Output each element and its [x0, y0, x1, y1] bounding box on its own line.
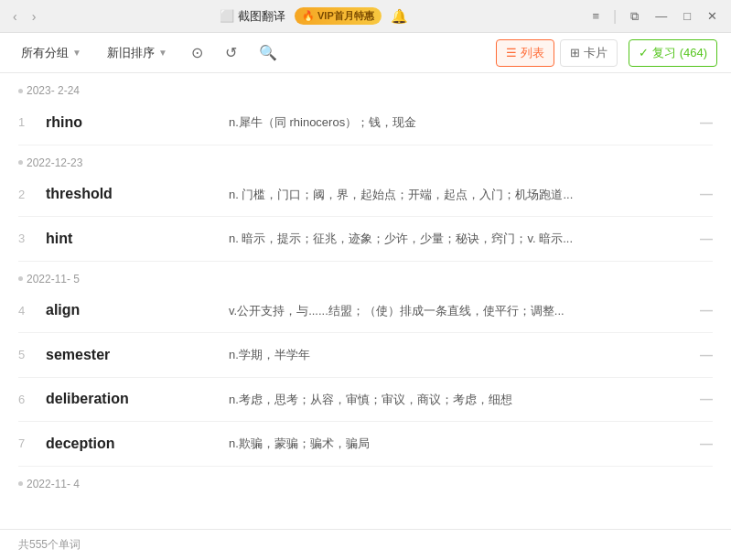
- card-view-button[interactable]: ⊞ 卡片: [560, 39, 618, 67]
- date-header: 2022-12-23: [18, 145, 713, 173]
- toolbar: 所有分组 ▼ 新旧排序 ▼ ⊙ ↺ 🔍 ☰ 列表 ⊞ 卡片 ✓ 复习 (464): [0, 33, 731, 73]
- word-english: semester: [46, 347, 229, 363]
- word-row[interactable]: 1 rhino n.犀牛（同 rhinoceros）；钱，现金 —: [18, 101, 713, 145]
- word-english: deception: [46, 436, 229, 452]
- row-actions: —: [685, 115, 713, 130]
- review-button[interactable]: ✓ 复习 (464): [629, 39, 717, 67]
- date-dot-icon: [18, 89, 23, 93]
- word-chinese: n.犀牛（同 rhinoceros）；钱，现金: [229, 113, 685, 132]
- category-arrow-icon: ▼: [72, 48, 81, 58]
- vip-badge[interactable]: 🔥 VIP首月特惠: [295, 7, 382, 25]
- vip-icon: 🔥: [302, 10, 315, 22]
- screenshot-translate[interactable]: ⬜ 截图翻译: [220, 8, 285, 25]
- list-icon: ☰: [506, 46, 517, 59]
- row-number: 6: [18, 393, 46, 406]
- vip-label: VIP首月特惠: [317, 9, 374, 23]
- more-icon[interactable]: —: [700, 187, 713, 201]
- word-chinese: v.公开支持，与......结盟；（使）排成一条直线，使平行；调整...: [229, 302, 685, 320]
- profile-icon[interactable]: ⊙: [186, 40, 209, 65]
- review-label: 复习 (464): [652, 45, 707, 61]
- card-view-label: 卡片: [584, 45, 607, 61]
- row-number: 3: [18, 232, 46, 245]
- sort-filter[interactable]: 新旧排序 ▼: [100, 41, 175, 65]
- word-chinese: n.考虑，思考；从容，审慎；审议，商议；考虑，细想: [229, 391, 685, 409]
- card-icon: ⊞: [570, 46, 580, 59]
- list-view-button[interactable]: ☰ 列表: [496, 39, 554, 67]
- word-chinese: n. 门槛，门口；阈，界，起始点；开端，起点，入门；机场跑道...: [229, 186, 685, 204]
- word-row[interactable]: 6 deliberation n.考虑，思考；从容，审慎；审议，商议；考虑，细想…: [18, 378, 713, 423]
- word-english: threshold: [46, 186, 229, 202]
- sort-arrow-icon: ▼: [158, 48, 167, 58]
- word-row[interactable]: 2 threshold n. 门槛，门口；阈，界，起始点；开端，起点，入门；机场…: [18, 173, 713, 218]
- date-header: 2022-11- 4: [18, 467, 713, 494]
- date-label: 2022-11- 4: [27, 478, 80, 490]
- more-icon[interactable]: —: [700, 232, 713, 246]
- word-english: hint: [46, 231, 229, 247]
- close-button[interactable]: ✕: [703, 7, 722, 25]
- date-label: 2022-12-23: [27, 156, 82, 169]
- sort-label: 新旧排序: [107, 45, 155, 61]
- date-dot-icon: [18, 276, 23, 281]
- row-number: 5: [18, 348, 46, 361]
- word-chinese: n. 暗示，提示；征兆，迹象；少许，少量；秘诀，窍门；v. 暗示...: [229, 230, 685, 248]
- row-number: 7: [18, 436, 46, 450]
- pip-button[interactable]: ⧉: [626, 7, 643, 26]
- row-actions: —: [685, 232, 713, 246]
- word-row[interactable]: 4 align v.公开支持，与......结盟；（使）排成一条直线，使平行；调…: [18, 289, 713, 334]
- row-actions: —: [685, 436, 713, 451]
- word-chinese: n.欺骗，蒙骗；骗术，骗局: [229, 435, 685, 453]
- refresh-icon[interactable]: ↺: [220, 40, 242, 65]
- more-icon[interactable]: —: [700, 303, 713, 318]
- date-dot-icon: [18, 481, 23, 486]
- title-bar-right: ≡ | ⧉ — □ ✕: [587, 7, 722, 26]
- word-row[interactable]: 7 deception n.欺骗，蒙骗；骗术，骗局 —: [18, 422, 713, 467]
- row-number: 2: [18, 188, 46, 201]
- more-icon[interactable]: —: [700, 348, 713, 362]
- toolbar-left: 所有分组 ▼ 新旧排序 ▼ ⊙ ↺ 🔍: [14, 40, 283, 65]
- screenshot-icon: ⬜: [220, 9, 234, 23]
- row-actions: —: [685, 303, 713, 318]
- date-header: 2022-11- 5: [18, 262, 713, 289]
- title-bar-center: ⬜ 截图翻译 🔥 VIP首月特惠 🔔: [220, 7, 408, 25]
- category-label: 所有分组: [21, 45, 69, 61]
- date-label: 2022-11- 5: [27, 273, 80, 285]
- menu-icon[interactable]: ≡: [587, 7, 604, 25]
- category-filter[interactable]: 所有分组 ▼: [14, 41, 89, 65]
- word-english: deliberation: [46, 391, 229, 407]
- row-number: 1: [18, 115, 46, 129]
- list-view-label: 列表: [521, 45, 544, 61]
- row-number: 4: [18, 304, 46, 318]
- row-actions: —: [685, 392, 713, 406]
- more-icon[interactable]: —: [700, 392, 713, 406]
- search-icon[interactable]: 🔍: [253, 40, 283, 65]
- toolbar-right: ☰ 列表 ⊞ 卡片 ✓ 复习 (464): [496, 39, 717, 67]
- forward-button[interactable]: ›: [28, 7, 40, 26]
- title-bar: ‹ › ⬜ 截图翻译 🔥 VIP首月特惠 🔔 ≡ | ⧉ — □ ✕: [0, 0, 731, 33]
- row-actions: —: [685, 187, 713, 201]
- screenshot-label: 截图翻译: [238, 8, 285, 25]
- maximize-button[interactable]: □: [679, 7, 695, 25]
- total-count: 共555个单词: [18, 538, 81, 551]
- row-actions: —: [685, 348, 713, 362]
- title-bar-left: ‹ ›: [9, 7, 39, 26]
- word-english: rhino: [46, 114, 229, 131]
- word-list-content: 2023- 2-24 1 rhino n.犀牛（同 rhinoceros）；钱，…: [0, 73, 731, 529]
- back-button[interactable]: ‹: [9, 7, 21, 26]
- more-icon[interactable]: —: [700, 436, 713, 451]
- footer: 共555个单词: [0, 529, 731, 560]
- date-label: 2023- 2-24: [27, 84, 80, 97]
- word-row[interactable]: 5 semester n.学期，半学年 —: [18, 333, 713, 378]
- word-row[interactable]: 3 hint n. 暗示，提示；征兆，迹象；少许，少量；秘诀，窍门；v. 暗示.…: [18, 217, 713, 262]
- date-header: 2023- 2-24: [18, 73, 713, 101]
- review-check-icon: ✓: [639, 46, 649, 59]
- date-dot-icon: [18, 160, 23, 165]
- word-english: align: [46, 302, 229, 318]
- more-icon[interactable]: —: [700, 115, 713, 130]
- word-chinese: n.学期，半学年: [229, 346, 685, 364]
- minimize-button[interactable]: —: [650, 7, 672, 25]
- bell-icon[interactable]: 🔔: [391, 8, 408, 25]
